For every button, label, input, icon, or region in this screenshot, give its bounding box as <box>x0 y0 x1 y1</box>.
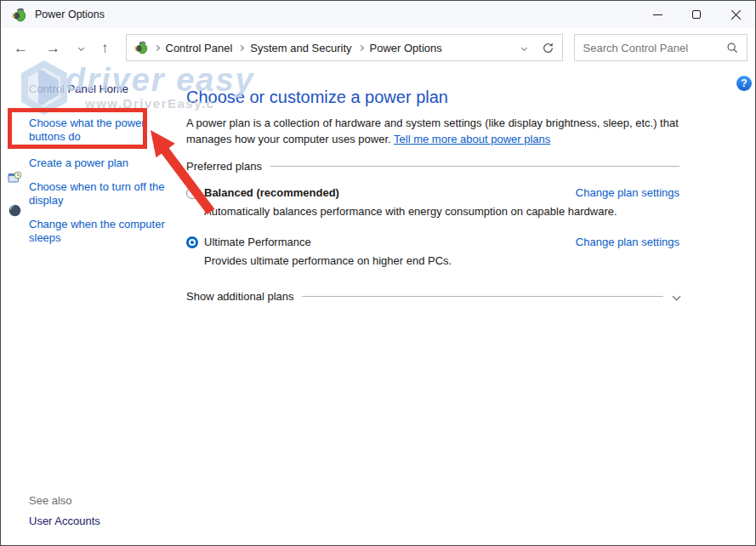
minimize-button[interactable] <box>638 1 677 28</box>
show-additional-plans-label[interactable]: Show additional plans <box>186 290 293 303</box>
sidebar-item-control-panel-home[interactable]: Control Panel Home <box>29 82 186 95</box>
breadcrumb-system-and-security[interactable]: System and Security <box>250 42 351 54</box>
divider <box>270 166 679 167</box>
close-icon <box>730 9 742 20</box>
refresh-icon[interactable] <box>542 42 554 54</box>
plan-description-ultimate-performance: Provides ultimate performance on higher … <box>204 254 679 267</box>
tell-me-more-link[interactable]: Tell me more about power plans <box>394 133 550 145</box>
breadcrumb-separator-icon <box>238 44 244 50</box>
breadcrumb-control-panel[interactable]: Control Panel <box>166 42 233 54</box>
show-additional-plans-row[interactable]: Show additional plans <box>186 290 679 303</box>
breadcrumb-separator-icon <box>357 44 363 50</box>
address-bar[interactable]: Control Panel System and Security Power … <box>126 34 563 61</box>
breadcrumb-power-options[interactable]: Power Options <box>370 42 442 54</box>
preferred-plans-header: Preferred plans <box>186 160 679 173</box>
window-title: Power Options <box>35 9 105 20</box>
back-button[interactable]: ← <box>14 41 28 55</box>
sidebar-item-change-computer-sleeps[interactable]: Change when the computer sleeps <box>29 218 173 245</box>
see-also-heading: See also <box>29 494 72 507</box>
main-panel: Choose or customize a power plan A power… <box>186 67 679 546</box>
power-options-icon-small <box>134 41 148 54</box>
window-controls <box>638 1 755 28</box>
sidebar: Control Panel Home Choose what the power… <box>1 67 186 546</box>
change-plan-settings-ultimate-link[interactable]: Change plan settings <box>576 236 679 248</box>
help-button[interactable]: ? <box>736 76 752 91</box>
forward-button[interactable]: → <box>46 41 60 55</box>
sidebar-item-create-power-plan[interactable]: Create a power plan <box>29 156 186 170</box>
search-icon[interactable] <box>726 42 738 54</box>
minimize-icon <box>653 14 662 15</box>
page-title: Choose or customize a power plan <box>186 88 679 107</box>
title-bar: Power Options <box>1 1 755 28</box>
ultimate-performance-radio[interactable] <box>186 236 198 248</box>
balanced-radio[interactable] <box>186 187 198 199</box>
plan-description-balanced: Automatically balances performance with … <box>204 205 679 218</box>
recent-locations-dropdown[interactable] <box>78 44 84 50</box>
intro-paragraph: A power plan is a collection of hardware… <box>186 115 681 147</box>
up-button[interactable]: ↑ <box>101 41 109 55</box>
chevron-down-icon[interactable] <box>673 293 681 301</box>
sidebar-item-choose-power-buttons[interactable]: Choose what the power buttons do <box>29 117 152 144</box>
search-input[interactable] <box>583 42 726 54</box>
address-dropdown-icon[interactable] <box>520 44 526 50</box>
search-box <box>574 34 747 61</box>
question-mark-icon: ? <box>741 77 747 89</box>
maximize-icon <box>692 10 701 19</box>
breadcrumb-separator-icon <box>153 44 159 50</box>
preferred-plans-label: Preferred plans <box>186 160 262 173</box>
content-area: Control Panel Home Choose what the power… <box>1 67 755 546</box>
close-button[interactable] <box>716 1 755 28</box>
plan-name-balanced[interactable]: Balanced (recommended) <box>204 186 339 199</box>
power-options-icon <box>12 8 26 22</box>
sidebar-item-user-accounts[interactable]: User Accounts <box>29 515 100 527</box>
navigation-bar: ← → ↑ Control Panel System and Security … <box>1 28 755 67</box>
plans-list: Balanced (recommended) Change plan setti… <box>186 186 679 267</box>
display-turn-off-icon <box>8 171 22 185</box>
divider <box>302 296 663 297</box>
plan-name-ultimate-performance[interactable]: Ultimate Performance <box>204 236 311 248</box>
computer-sleep-icon <box>8 203 22 218</box>
maximize-button[interactable] <box>677 1 716 28</box>
sidebar-item-turn-off-display[interactable]: Choose when to turn off the display <box>29 180 173 208</box>
plan-row-balanced: Balanced (recommended) Change plan setti… <box>186 186 679 218</box>
power-options-window: { "window": { "title": "Power Options" }… <box>0 0 756 546</box>
change-plan-settings-balanced-link[interactable]: Change plan settings <box>576 186 679 199</box>
plan-row-ultimate-performance: Ultimate Performance Change plan setting… <box>186 236 679 267</box>
